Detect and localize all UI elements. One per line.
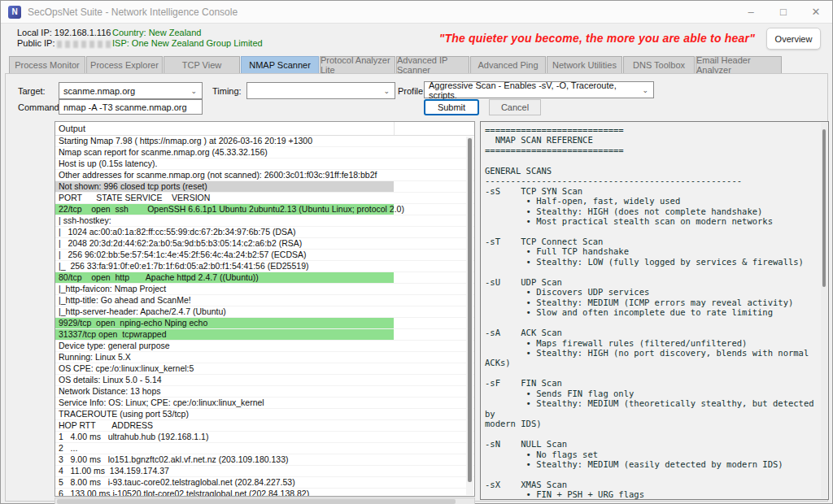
output-row[interactable]: 6 133.00 ms i-10520.tlot-core02.telstrag… (55, 489, 474, 497)
output-row[interactable]: Network Distance: 13 hops (55, 386, 474, 398)
target-combobox[interactable]: scanme.nmap.org ⌄ (59, 82, 203, 99)
nmap-reference-text: =========================== NMAP SCAN RE… (481, 122, 828, 500)
output-row[interactable]: Running: Linux 5.X (55, 352, 474, 363)
isp-text: ISP: One New Zealand Group Limited (112, 38, 263, 49)
output-row[interactable]: 80/tcp open http Apache httpd 2.4.7 ((Ub… (55, 272, 474, 284)
output-row[interactable]: 4 11.00 ms 134.159.174.37 (55, 466, 474, 477)
output-column-header[interactable]: Output (55, 122, 474, 136)
output-row[interactable]: Not shown: 996 closed tcp ports (reset) (55, 181, 474, 193)
output-row[interactable]: |_ 256 33:fa:91:0f:e0:e1:7b:1f:6d:05:a2:… (55, 261, 474, 272)
output-horizontal-scrollbar[interactable] (55, 497, 475, 504)
output-row[interactable]: | 256 96:02:bb:5e:57:54:1c:4e:45:2f:56:4… (55, 250, 474, 261)
tab-process-explorer[interactable]: Process Explorer (86, 56, 163, 73)
reference-vertical-scrollbar[interactable] (821, 123, 827, 498)
output-row-text: | ssh-hostkey: (55, 215, 474, 226)
output-row[interactable]: 22/tcp open ssh OpenSSH 6.6.1p1 Ubuntu 2… (55, 204, 474, 215)
output-row[interactable]: OS details: Linux 5.0 - 5.14 (55, 375, 474, 386)
output-row[interactable]: Device type: general purpose (55, 341, 474, 352)
scan-output-list[interactable]: Output Starting Nmap 7.98 ( https://nmap… (55, 121, 475, 497)
output-row-text: Device type: general purpose (55, 341, 474, 351)
tab-protocol-analyzer-lite[interactable]: Protocol Analyzer Lite (320, 56, 395, 73)
output-row-text: Service Info: OS: Linux; CPE: cpe:/o:lin… (55, 398, 474, 408)
tab-process-monitor[interactable]: Process Monitor (9, 56, 85, 73)
tab-email-header-analyzer[interactable]: Email Header Analyzer (696, 56, 782, 73)
output-row-text: 22/tcp open ssh OpenSSH 6.6.1p1 Ubuntu 2… (55, 204, 474, 215)
output-row-text: Host is up (0.15s latency). (55, 159, 474, 169)
output-row[interactable]: TRACEROUTE (using port 53/tcp) (55, 409, 474, 420)
output-column-label: Output (59, 124, 85, 133)
tab-network-utilities[interactable]: Network Utilities (547, 56, 622, 73)
chevron-down-icon: ⌄ (642, 86, 648, 94)
output-row[interactable]: 31337/tcp open tcpwrapped (55, 329, 474, 341)
submit-button[interactable]: Submit (424, 99, 479, 115)
output-row-text: Starting Nmap 7.98 ( https://nmap.org ) … (55, 136, 474, 146)
output-row-text: TRACEROUTE (using port 53/tcp) (55, 409, 474, 419)
tab-dns-toolbox[interactable]: DNS Toolbox (623, 56, 695, 73)
output-row[interactable]: Other addresses for scanme.nmap.org (not… (55, 170, 474, 181)
app-window: N SecOpsNet Suite - Network Intelligence… (0, 0, 833, 504)
profile-value: Aggressive Scan - Enables -sV, -O, Trace… (429, 80, 642, 100)
output-row-text: Running: Linux 5.X (55, 352, 474, 363)
output-row[interactable]: 1 4.00 ms ultrahub.hub (192.168.1.1) (55, 432, 474, 443)
profile-label: Profile: (398, 86, 425, 96)
tab-advanced-ping[interactable]: Advanced Ping (470, 56, 546, 73)
public-ip-redacted (57, 41, 114, 48)
output-row[interactable]: |_http-server-header: Apache/2.4.7 (Ubun… (55, 306, 474, 318)
profile-combobox[interactable]: Aggressive Scan - Enables -sV, -O, Trace… (424, 81, 654, 98)
output-row-text: Nmap scan report for scanme.nmap.org (45… (55, 147, 474, 158)
output-row-text: PORT STATE SERVICE VERSION (55, 193, 474, 203)
header: Local IP: 192.168.1.116 Public IP: Count… (1, 24, 832, 54)
tab-tcp-view[interactable]: TCP View (164, 56, 240, 73)
local-ip-text: Local IP: 192.168.1.116 (17, 28, 114, 38)
scrollbar-thumb[interactable] (57, 499, 456, 504)
minimize-button[interactable]: – (735, 1, 767, 23)
nmap-scanner-panel: Target: scanme.nmap.org ⌄ Timing: ⌄ Prof… (5, 73, 828, 502)
target-label: Target: (18, 86, 46, 96)
chevron-down-icon: ⌄ (383, 87, 390, 95)
output-row[interactable]: 3 9.00 ms lo151.bgnzftc02.akl.vf.net.nz … (55, 454, 474, 466)
output-row-text: |_http-server-header: Apache/2.4.7 (Ubun… (55, 306, 474, 317)
output-row[interactable]: 9929/tcp open nping-echo Nping echo (55, 318, 474, 329)
output-row-text: 5 8.00 ms i-93.tauc-core02.telstraglobal… (55, 477, 474, 488)
output-row-text: | 1024 ac:00:a0:1a:82:ff:cc:55:99:dc:67:… (55, 227, 474, 237)
output-row-text: |_ 256 33:fa:91:0f:e0:e1:7b:1f:6d:05:a2:… (55, 261, 474, 272)
cancel-button[interactable]: Cancel (489, 99, 541, 115)
output-row-text: Other addresses for scanme.nmap.org (not… (55, 170, 474, 180)
output-row[interactable]: PORT STATE SERVICE VERSION (55, 193, 474, 204)
output-row[interactable]: | ssh-hostkey: (55, 215, 474, 227)
output-row[interactable]: Nmap scan report for scanme.nmap.org (45… (55, 147, 474, 159)
output-row-text: HOP RTT ADDRESS (55, 420, 474, 431)
app-icon: N (8, 6, 21, 19)
output-row[interactable]: OS CPE: cpe:/o:linux:linux_kernel:5 (55, 363, 474, 375)
output-row[interactable]: | 2048 20:3d:2d:44:62:2a:b0:5a:9d:b5:b3:… (55, 238, 474, 250)
output-row-text: 4 11.00 ms 134.159.174.37 (55, 466, 474, 476)
output-row[interactable]: |_http-title: Go ahead and ScanMe! (55, 295, 474, 306)
output-row-text: 9929/tcp open nping-echo Nping echo (55, 318, 474, 328)
output-row[interactable]: 2 ... (55, 443, 474, 454)
tab-nmap-scanner[interactable]: NMAP Scanner (241, 56, 319, 73)
output-row[interactable]: HOP RTT ADDRESS (55, 420, 474, 432)
output-row[interactable]: Host is up (0.15s latency). (55, 159, 474, 170)
timing-combobox[interactable]: ⌄ (246, 82, 395, 99)
close-button[interactable]: ✕ (800, 1, 832, 23)
output-row-text: | 256 96:02:bb:5e:57:54:1c:4e:45:2f:56:4… (55, 250, 474, 260)
output-row[interactable]: |_http-favicon: Nmap Project (55, 284, 474, 295)
nmap-reference-box[interactable]: =========================== NMAP SCAN RE… (480, 121, 829, 500)
output-row-text: OS details: Linux 5.0 - 5.14 (55, 375, 474, 385)
geo-info: Country: New Zealand ISP: One New Zealan… (112, 28, 263, 49)
output-row[interactable]: | 1024 ac:00:a0:1a:82:ff:cc:55:99:dc:67:… (55, 227, 474, 238)
ip-info: Local IP: 192.168.1.116 Public IP: (17, 28, 114, 49)
output-row[interactable]: Starting Nmap 7.98 ( https://nmap.org ) … (55, 136, 474, 147)
tab-advanced-ip-scanner[interactable]: Advanced IP Scanner (396, 56, 469, 73)
output-row[interactable]: 5 8.00 ms i-93.tauc-core02.telstraglobal… (55, 477, 474, 489)
overview-button[interactable]: Overview (766, 28, 821, 50)
chevron-down-icon: ⌄ (190, 87, 197, 95)
output-row[interactable]: Service Info: OS: Linux; CPE: cpe:/o:lin… (55, 398, 474, 409)
maximize-button[interactable]: □ (767, 1, 800, 23)
command-input[interactable]: nmap -A -T3 scanme.nmap.org (59, 99, 203, 115)
output-vertical-scrollbar[interactable] (466, 137, 473, 495)
command-label: Command: (18, 102, 62, 112)
output-row-text: | 2048 20:3d:2d:44:62:2a:b0:5a:9d:b5:b3:… (55, 238, 474, 249)
scrollbar-thumb[interactable] (468, 138, 472, 482)
scrollbar-thumb[interactable] (822, 129, 826, 287)
